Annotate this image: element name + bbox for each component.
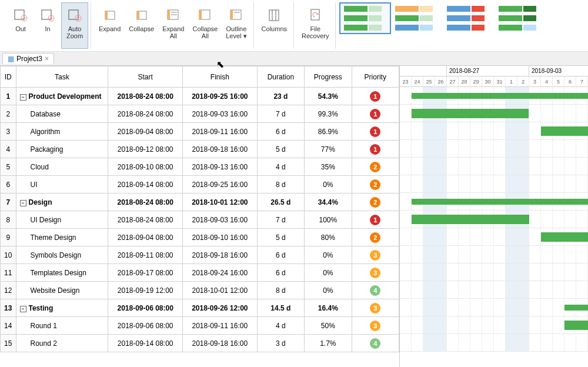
collapse-toggle-icon[interactable]: − <box>20 94 26 101</box>
row-id[interactable]: 9 <box>1 229 16 246</box>
gantt-row[interactable] <box>400 140 588 158</box>
table-row[interactable]: 3Algorithm2018-09-04 08:002018-09-11 16:… <box>1 123 399 141</box>
gantt-row[interactable] <box>400 281 588 299</box>
gantt-row[interactable] <box>400 175 588 193</box>
row-finish[interactable]: 2018-09-25 16:00 <box>183 88 258 105</box>
row-duration[interactable]: 3 d <box>257 335 304 352</box>
table-row[interactable]: 14Round 12018-09-06 08:002018-09-11 16:0… <box>1 317 399 335</box>
gantt-row[interactable] <box>400 228 588 246</box>
row-progress[interactable]: 16.4% <box>305 299 352 317</box>
row-duration[interactable]: 6 d <box>257 264 304 282</box>
gantt-row[interactable] <box>400 263 588 281</box>
row-priority[interactable]: 1 <box>352 88 399 105</box>
row-progress[interactable]: 0% <box>305 282 352 299</box>
row-duration[interactable]: 5 d <box>257 141 304 158</box>
row-task[interactable]: −Testing <box>16 299 108 317</box>
project-tab[interactable]: ▦ Project3 × <box>2 53 54 64</box>
row-priority[interactable]: 2 <box>352 158 399 176</box>
gantt-row[interactable] <box>400 87 588 105</box>
row-task[interactable]: −Product Development <box>16 88 108 105</box>
row-duration[interactable]: 4 d <box>257 317 304 335</box>
gantt-task-bar[interactable] <box>564 321 588 330</box>
row-finish[interactable]: 2018-09-03 16:00 <box>183 211 258 229</box>
row-finish[interactable]: 2018-09-18 16:00 <box>183 246 258 264</box>
gantt-task-bar[interactable] <box>412 109 529 118</box>
gantt-row[interactable] <box>400 211 588 228</box>
row-duration[interactable]: 4 d <box>257 158 304 176</box>
col-task[interactable]: Task <box>16 66 108 88</box>
row-start[interactable]: 2018-09-14 08:00 <box>108 176 183 193</box>
row-id[interactable]: 15 <box>1 335 16 352</box>
row-duration[interactable]: 6 d <box>257 123 304 141</box>
row-start[interactable]: 2018-09-04 08:00 <box>108 123 183 141</box>
row-start[interactable]: 2018-09-17 08:00 <box>108 264 183 282</box>
close-tab-icon[interactable]: × <box>45 55 49 63</box>
row-id[interactable]: 12 <box>1 282 16 299</box>
row-duration[interactable]: 5 d <box>257 229 304 246</box>
row-id[interactable]: 2 <box>1 105 16 123</box>
row-priority[interactable]: 4 <box>352 282 399 299</box>
row-finish[interactable]: 2018-10-01 12:00 <box>183 282 258 299</box>
row-progress[interactable]: 50% <box>305 317 352 335</box>
row-task[interactable]: Website Design <box>16 282 108 299</box>
row-start[interactable]: 2018-09-19 12:00 <box>108 282 183 299</box>
outline-level-button[interactable]: Outline Level ▾ <box>222 2 250 49</box>
gantt-style-1[interactable] <box>339 2 391 34</box>
row-progress[interactable]: 80% <box>305 229 352 246</box>
row-finish[interactable]: 2018-09-11 16:00 <box>183 317 258 335</box>
collapse-toggle-icon[interactable]: − <box>20 306 26 312</box>
table-row[interactable]: 12Website Design2018-09-19 12:002018-10-… <box>1 282 399 299</box>
row-duration[interactable]: 7 d <box>257 211 304 229</box>
table-row[interactable]: 8UI Design2018-08-24 08:002018-09-03 16:… <box>1 211 399 229</box>
row-duration[interactable]: 23 d <box>257 88 304 105</box>
row-duration[interactable]: 7 d <box>257 105 304 123</box>
table-row[interactable]: 2Database2018-08-24 08:002018-09-03 16:0… <box>1 105 399 123</box>
row-start[interactable]: 2018-09-06 08:00 <box>108 317 183 335</box>
gantt-summary-bar[interactable] <box>412 93 588 99</box>
row-task[interactable]: Database <box>16 105 108 123</box>
col-finish[interactable]: Finish <box>183 66 258 88</box>
row-progress[interactable]: 54.3% <box>305 88 352 105</box>
row-start[interactable]: 2018-09-12 08:00 <box>108 141 183 158</box>
row-priority[interactable]: 4 <box>352 335 399 352</box>
row-priority[interactable]: 2 <box>352 229 399 246</box>
col-progress[interactable]: Progress <box>305 66 352 88</box>
row-priority[interactable]: 2 <box>352 193 399 211</box>
row-id[interactable]: 10 <box>1 246 16 264</box>
row-priority[interactable]: 1 <box>352 141 399 158</box>
row-progress[interactable]: 77% <box>305 141 352 158</box>
row-finish[interactable]: 2018-09-18 16:00 <box>183 335 258 352</box>
row-progress[interactable]: 34.4% <box>305 193 352 211</box>
gantt-chart-panel[interactable]: 2018-08-272018-09-03 2324252627282930311… <box>400 66 588 367</box>
table-row[interactable]: 6UI2018-09-14 08:002018-09-25 16:008 d0%… <box>1 176 399 193</box>
row-id[interactable]: 6 <box>1 176 16 193</box>
row-start[interactable]: 2018-08-24 08:00 <box>108 211 183 229</box>
row-task[interactable]: Algorithm <box>16 123 108 141</box>
row-id[interactable]: 14 <box>1 317 16 335</box>
row-duration[interactable]: 26.5 d <box>257 193 304 211</box>
columns-button[interactable]: Columns <box>258 2 291 49</box>
row-id[interactable]: 11 <box>1 264 16 282</box>
row-start[interactable]: 2018-09-14 08:00 <box>108 335 183 352</box>
row-finish[interactable]: 2018-10-01 12:00 <box>183 193 258 211</box>
row-priority[interactable]: 3 <box>352 317 399 335</box>
row-priority[interactable]: 1 <box>352 123 399 141</box>
row-progress[interactable]: 0% <box>305 176 352 193</box>
row-finish[interactable]: 2018-09-03 16:00 <box>183 105 258 123</box>
gantt-style-3[interactable] <box>443 2 495 34</box>
row-start[interactable]: 2018-08-24 08:00 <box>108 88 183 105</box>
collapse-button[interactable]: Collapse <box>125 2 158 49</box>
gantt-summary-bar[interactable] <box>564 305 588 311</box>
expand-button[interactable]: Expand <box>95 2 125 49</box>
table-row[interactable]: 15Round 22018-09-14 08:002018-09-18 16:0… <box>1 335 399 352</box>
row-finish[interactable]: 2018-09-10 16:00 <box>183 229 258 246</box>
table-row[interactable]: 5Cloud2018-09-10 08:002018-09-13 16:004 … <box>1 158 399 176</box>
row-task[interactable]: UI <box>16 176 108 193</box>
table-row[interactable]: 11Templates Design2018-09-17 08:002018-0… <box>1 264 399 282</box>
collapse-toggle-icon[interactable]: − <box>20 200 26 206</box>
row-duration[interactable]: 6 d <box>257 246 304 264</box>
table-row[interactable]: 7−Design2018-08-24 08:002018-10-01 12:00… <box>1 193 399 211</box>
col-duration[interactable]: Duration <box>257 66 304 88</box>
row-task[interactable]: Round 1 <box>16 317 108 335</box>
row-id[interactable]: 1 <box>1 88 16 105</box>
